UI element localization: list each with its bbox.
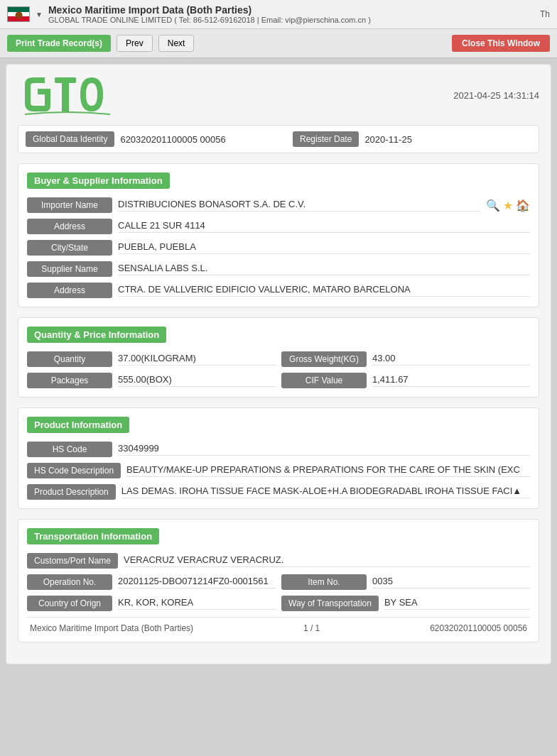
operation-no-row: Operation No. 20201125-DBO071214FZ0-0001… xyxy=(27,574,530,590)
country-origin-row: Country of Orign KR, KOR, KOREA Way of T… xyxy=(27,596,530,611)
identity-row: Global Data Identity 620320201100005 000… xyxy=(18,125,539,153)
main-content: GLOBAL TRADE ONLINE LIMITED 2021-04-25 1… xyxy=(6,64,551,664)
hs-code-label: HS Code xyxy=(27,442,112,457)
product-section: Product Information HS Code 33049999 HS … xyxy=(18,407,539,509)
quantity-row: Quantity 37.00(KILOGRAM) Gross Weight(KG… xyxy=(27,351,530,367)
gto-logo: GLOBAL TRADE ONLINE LIMITED xyxy=(18,76,117,115)
app-subtitle: GLOBAL TRADE ONLINE LIMITED ( Tel: 86-51… xyxy=(48,16,371,24)
packages-value: 555.00(BOX) xyxy=(118,374,276,387)
close-window-button[interactable]: Close This Window xyxy=(452,35,550,52)
customs-port-row: Customs/Port Name VERACRUZ VERACRUZ VERA… xyxy=(27,553,530,569)
supplier-address-value: CTRA. DE VALLVERIC EDIFICIO VALLVERIC, M… xyxy=(118,284,530,297)
toolbar: Print Trade Record(s) Prev Next Close Th… xyxy=(0,29,557,58)
country-origin-label: Country of Orign xyxy=(27,596,112,611)
global-data-identity-label: Global Data Identity xyxy=(26,131,114,147)
cif-value-label: CIF Value xyxy=(281,373,367,388)
register-date-label: Register Date xyxy=(293,131,359,147)
svg-rect-0 xyxy=(55,77,76,83)
transport-title: Transportation Information xyxy=(27,528,159,544)
dropdown-arrow-icon[interactable]: ▼ xyxy=(36,11,43,18)
importer-address-value: CALLE 21 SUR 4114 xyxy=(118,220,530,233)
register-date-value: 2020-11-25 xyxy=(364,134,531,145)
way-transport-label: Way of Transportation xyxy=(281,596,379,611)
app-title: Mexico Maritime Import Data (Both Partie… xyxy=(48,4,371,16)
hs-code-desc-value: BEAUTY/MAKE-UP PREPARATIONS & PREPARATIO… xyxy=(126,464,530,477)
footer-left: Mexico Maritime Import Data (Both Partie… xyxy=(30,623,193,633)
packages-col: Packages 555.00(BOX) xyxy=(27,373,276,388)
importer-address-label: Address xyxy=(27,219,112,234)
gross-weight-label: Gross Weight(KG) xyxy=(281,351,367,367)
operation-no-label: Operation No. xyxy=(27,574,112,590)
city-state-value: PUEBLA, PUEBLA xyxy=(118,241,530,254)
country-origin-col: Country of Orign KR, KOR, KOREA xyxy=(27,596,276,611)
packages-row: Packages 555.00(BOX) CIF Value 1,411.67 xyxy=(27,373,530,388)
footer-row: Mexico Maritime Import Data (Both Partie… xyxy=(27,617,530,633)
packages-label: Packages xyxy=(27,373,112,388)
supplier-name-value: SENSALIA LABS S.L. xyxy=(118,263,530,275)
quantity-label: Quantity xyxy=(27,351,112,367)
hs-code-desc-row: HS Code Description BEAUTY/MAKE-UP PREPA… xyxy=(27,463,530,478)
customs-port-value: VERACRUZ VERACRUZ VERACRUZ. xyxy=(124,554,530,567)
hs-code-desc-label: HS Code Description xyxy=(27,463,121,478)
supplier-name-label: Supplier Name xyxy=(27,261,112,277)
quantity-price-section: Quantity & Price Information Quantity 37… xyxy=(18,317,539,398)
top-bar: ▼ Mexico Maritime Import Data (Both Part… xyxy=(0,0,557,29)
city-state-label: City/State xyxy=(27,240,112,256)
prev-button[interactable]: Prev xyxy=(117,35,153,52)
gross-weight-col: Gross Weight(KG) 43.00 xyxy=(281,351,530,367)
customs-port-label: Customs/Port Name xyxy=(27,553,118,569)
importer-address-row: Address CALLE 21 SUR 4114 xyxy=(27,219,530,234)
item-no-label: Item No. xyxy=(281,574,367,590)
supplier-address-row: Address CTRA. DE VALLVERIC EDIFICIO VALL… xyxy=(27,283,530,298)
transport-section: Transportation Information Customs/Port … xyxy=(18,519,539,642)
operation-no-value: 20201125-DBO071214FZ0-0001561 xyxy=(118,576,276,588)
print-button[interactable]: Print Trade Record(s) xyxy=(7,35,111,52)
country-origin-value: KR, KOR, KOREA xyxy=(118,597,276,610)
city-state-row: City/State PUEBLA, PUEBLA xyxy=(27,240,530,256)
product-title: Product Information xyxy=(27,417,129,433)
footer-center: 1 / 1 xyxy=(303,623,320,633)
way-transport-col: Way of Transportation BY SEA xyxy=(281,596,530,611)
next-button[interactable]: Next xyxy=(158,35,195,52)
footer-right: 620320201100005 00056 xyxy=(430,623,527,633)
quantity-value: 37.00(KILOGRAM) xyxy=(118,353,276,366)
operation-no-col: Operation No. 20201125-DBO071214FZ0-0001… xyxy=(27,574,276,590)
mexico-flag-icon xyxy=(7,6,30,22)
hs-code-row: HS Code 33049999 xyxy=(27,442,530,457)
buyer-supplier-title: Buyer & Supplier Information xyxy=(27,172,170,189)
hs-code-value: 33049999 xyxy=(118,443,530,456)
quantity-price-title: Quantity & Price Information xyxy=(27,327,166,343)
global-data-identity-value: 620320201100005 00056 xyxy=(120,134,287,145)
importer-name-value: DISTRIBUCIONES BONASORT S.A. DE C.V. xyxy=(118,199,480,212)
item-no-value: 0035 xyxy=(372,576,530,588)
quantity-col: Quantity 37.00(KILOGRAM) xyxy=(27,351,276,367)
supplier-address-label: Address xyxy=(27,283,112,298)
product-desc-row: Product Description LAS DEMAS. IROHA TIS… xyxy=(27,484,530,500)
product-desc-value: LAS DEMAS. IROHA TISSUE FACE MASK-ALOE+H… xyxy=(121,486,530,498)
star-icon[interactable]: ★ xyxy=(503,199,513,212)
importer-row: Importer Name DISTRIBUCIONES BONASORT S.… xyxy=(27,197,530,213)
gross-weight-value: 43.00 xyxy=(372,353,530,366)
cif-value-value: 1,411.67 xyxy=(372,374,530,387)
logo-area: GLOBAL TRADE ONLINE LIMITED 2021-04-25 1… xyxy=(18,76,539,115)
product-desc-label: Product Description xyxy=(27,484,116,500)
buyer-supplier-section: Buyer & Supplier Information Importer Na… xyxy=(18,163,539,307)
timestamp: 2021-04-25 14:31:14 xyxy=(453,90,539,101)
supplier-name-row: Supplier Name SENSALIA LABS S.L. xyxy=(27,261,530,277)
home-icon[interactable]: 🏠 xyxy=(516,199,530,212)
importer-name-label: Importer Name xyxy=(27,197,112,213)
search-icon[interactable]: 🔍 xyxy=(486,199,500,212)
importer-icons: 🔍 ★ 🏠 xyxy=(486,199,530,212)
cif-value-col: CIF Value 1,411.67 xyxy=(281,373,530,388)
svg-rect-1 xyxy=(62,83,69,111)
way-transport-value: BY SEA xyxy=(384,597,530,610)
top-bar-right-text: Th xyxy=(540,9,550,19)
item-no-col: Item No. 0035 xyxy=(281,574,530,590)
